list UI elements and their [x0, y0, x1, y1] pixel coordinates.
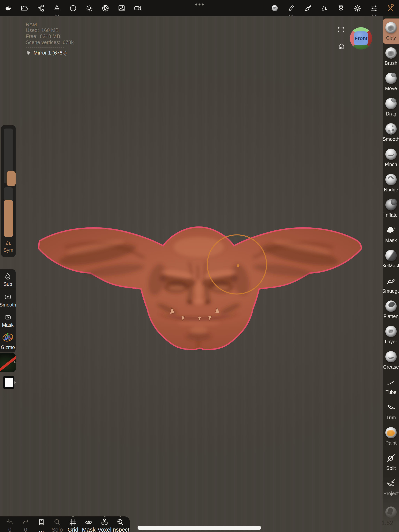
symmetry-icon [320, 4, 328, 12]
paint-color-swatch[interactable] [3, 376, 14, 389]
symmetry-toggle[interactable]: Sym [1, 239, 16, 253]
mask-tool[interactable]: Mask [383, 221, 399, 246]
trim-tool[interactable]: Trim [383, 398, 399, 424]
tube-tool[interactable]: Tube [383, 373, 399, 398]
symmetry-button[interactable] [320, 4, 328, 12]
sculpt-model[interactable] [33, 222, 364, 356]
selmask-tool[interactable]: SelMask [383, 246, 399, 272]
split-tool[interactable]: Split [383, 449, 399, 474]
matcap-tile[interactable] [0, 353, 16, 372]
paint-tool[interactable]: Paint [383, 424, 399, 449]
smudge-icon [386, 276, 396, 286]
chevron-square-icon [4, 313, 12, 321]
panel-divider [0, 289, 16, 289]
matcap-expand-arrow[interactable] [14, 361, 16, 364]
tool-preview-sphere [385, 149, 397, 160]
layers-button[interactable] [337, 4, 345, 12]
crease-tool[interactable]: Crease [383, 348, 399, 373]
folder-icon [20, 4, 29, 12]
settings-button[interactable] [354, 4, 362, 12]
app-logo[interactable] [4, 4, 13, 12]
top-toolbar-left: … [0, 4, 142, 12]
scale-indicator: 1.82 [381, 519, 393, 526]
nudge-tool[interactable]: Nudge [383, 170, 399, 196]
pencil-icon [287, 4, 295, 12]
panel-open-marker [71, 515, 74, 517]
panel-open-marker [103, 515, 106, 517]
pinch-tool[interactable]: Pinch [383, 145, 399, 170]
mesh-icon-wrap [26, 50, 31, 56]
history-button[interactable]: … [33, 518, 49, 532]
overflow-dots: … [53, 13, 61, 16]
paint-color-value [5, 378, 13, 387]
tool-sidebar: Clay Brush Move Drag Smooth [383, 16, 399, 532]
move-tool[interactable]: Move [383, 69, 399, 95]
grid-button[interactable]: Grid [65, 518, 81, 532]
tool-preview-sphere [385, 47, 397, 59]
clay-tool[interactable]: Clay [383, 19, 399, 44]
inspect-button[interactable]: Inspect [112, 518, 128, 532]
intensity-slider[interactable] [4, 187, 13, 237]
meshsphere-icon [69, 4, 77, 12]
tool-preview-sphere [385, 427, 397, 438]
background-image-button[interactable] [117, 4, 126, 12]
smooth-modifier-button[interactable]: Smooth [0, 293, 16, 308]
bottom-scrollbar[interactable] [138, 526, 261, 530]
solo-button[interactable]: Solo [49, 518, 65, 532]
gizmo-button[interactable]: Gizmo [0, 331, 16, 350]
ram-used-value: 160 MB [41, 27, 59, 33]
lighting-button[interactable] [85, 4, 93, 12]
files-button[interactable] [20, 4, 29, 12]
tool-preview-sphere [385, 250, 397, 261]
tools-button[interactable] [386, 4, 395, 12]
sym-icon-wrap [5, 239, 12, 247]
voxel-button[interactable]: Voxel [97, 518, 112, 532]
bottom-toolbar: 0 0 … Solo Grid Mask Voxel [0, 516, 130, 532]
more-menu[interactable] [194, 1, 205, 7]
flatten-tool[interactable]: Flatten [383, 297, 399, 322]
stroke-button[interactable]: … [287, 4, 295, 12]
interface-button[interactable]: … [370, 4, 378, 12]
nomad-logo-icon [4, 4, 13, 12]
undo-button[interactable]: 0 [2, 518, 18, 532]
tool-preview-sphere [385, 300, 397, 312]
scene-graph-button[interactable] [37, 4, 45, 12]
sub-button[interactable]: Sub [0, 272, 16, 287]
mask-view-button[interactable]: Mask [81, 518, 97, 532]
overflow-dots: … [370, 13, 378, 16]
layer-tool[interactable]: Layer [383, 322, 399, 348]
gear-icon [354, 4, 362, 12]
project-tool[interactable]: Project [383, 474, 399, 500]
inflate-tool[interactable]: Inflate [383, 196, 399, 221]
split-icon [386, 453, 396, 463]
ram-free-value: 8218 MB [40, 33, 60, 39]
painting-button[interactable] [304, 4, 312, 12]
vertices-value: 678k [63, 39, 74, 45]
gizmo-icon [2, 331, 14, 343]
trim-icon [386, 402, 396, 412]
voxel-sphere-button[interactable] [69, 4, 77, 12]
arrow-up-square-icon [4, 293, 12, 301]
sym-label: Sym [4, 247, 13, 253]
brush-tool[interactable]: Brush [383, 44, 399, 69]
sun-icon [85, 4, 93, 12]
home-view-button[interactable] [337, 43, 345, 51]
view-orientation-gizmo[interactable]: Front [350, 27, 372, 50]
smudge-tool[interactable]: Smudge [383, 272, 399, 297]
topology-button[interactable]: … [53, 4, 61, 12]
orientation-label: Front [354, 35, 368, 41]
smooth-tool[interactable]: Smooth [383, 120, 399, 145]
radius-slider-handle[interactable] [7, 171, 16, 186]
fullscreen-button[interactable] [337, 26, 345, 33]
radius-slider[interactable] [4, 128, 13, 184]
drag-tool[interactable]: Drag [383, 95, 399, 120]
stats-title: RAM [26, 21, 74, 27]
postprocess-button[interactable] [101, 4, 109, 12]
mask-modifier-button[interactable]: Mask [0, 313, 16, 328]
splat-icon [386, 225, 396, 235]
color-expand-arrow[interactable] [14, 381, 16, 384]
overflow-dots: … [287, 13, 295, 16]
material-button[interactable] [270, 4, 279, 12]
redo-button[interactable]: 0 [18, 518, 33, 532]
camera-button[interactable] [134, 4, 142, 12]
